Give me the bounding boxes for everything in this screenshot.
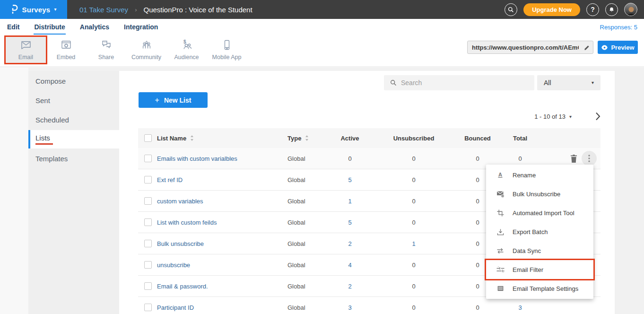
chevron-down-icon[interactable]: ▾ — [569, 114, 572, 119]
sort-icon[interactable] — [305, 135, 309, 141]
context-menu-item[interactable]: A Rename — [486, 166, 593, 184]
row-checkbox[interactable] — [144, 197, 152, 205]
unsubscribed-count[interactable]: 0 — [363, 262, 464, 269]
row-checkbox[interactable] — [144, 176, 152, 183]
active-count[interactable]: 5 — [337, 219, 363, 226]
channel-item[interactable]: Embed — [46, 37, 86, 63]
user-avatar[interactable] — [624, 3, 637, 16]
email-icon — [20, 39, 32, 52]
nav-tab[interactable]: Edit — [7, 20, 20, 35]
row-checkbox[interactable] — [144, 261, 152, 269]
sidebar-item[interactable]: Sent — [28, 91, 119, 110]
breadcrumb-separator-icon: › — [135, 6, 137, 13]
data-sync-icon — [496, 248, 505, 254]
responses-count[interactable]: Responses: 5 — [600, 24, 644, 31]
row-checkbox[interactable] — [144, 218, 152, 226]
channel-item[interactable]: Mobile App — [207, 37, 247, 63]
unsubscribed-count[interactable]: 0 — [363, 176, 464, 183]
channel-item[interactable]: Email — [6, 37, 46, 63]
survey-url-input[interactable] — [468, 44, 581, 51]
community-icon — [141, 39, 152, 52]
total-count[interactable]: 0 — [491, 155, 549, 162]
total-count[interactable]: 3 — [491, 304, 549, 311]
channel-label: Community — [131, 54, 161, 61]
active-count[interactable]: 5 — [337, 176, 363, 183]
active-count[interactable]: 0 — [337, 155, 363, 162]
surveys-menu[interactable]: Surveys ▾ — [0, 0, 67, 19]
bounced-count[interactable]: 0 — [464, 304, 491, 311]
sidebar-item[interactable]: Scheduled — [28, 111, 119, 129]
context-menu-item[interactable]: Export Batch — [486, 222, 593, 241]
row-actions — [549, 151, 600, 166]
sidebar-item[interactable]: Templates — [28, 149, 119, 168]
upgrade-now-button[interactable]: Upgrade Now — [523, 3, 580, 16]
search-input[interactable] — [401, 79, 519, 87]
list-name-link[interactable]: custom variables — [157, 198, 282, 205]
breadcrumb-folder[interactable]: 01 Take Survey — [79, 6, 128, 14]
context-menu-item[interactable]: Email Template Settings — [486, 279, 593, 298]
nav-tabs: EditDistributeAnalyticsIntegration — [0, 20, 158, 35]
list-name-link[interactable]: Bulk unsubscribe — [157, 240, 282, 247]
breadcrumb: 01 Take Survey › QuestionPro : Voice of … — [79, 6, 252, 14]
template-settings-icon — [496, 285, 505, 292]
unsubscribed-count[interactable]: 0 — [363, 283, 464, 290]
edit-url-button[interactable] — [581, 44, 593, 51]
channel-item[interactable]: $ Audience — [166, 37, 207, 63]
unsubscribed-count[interactable]: 0 — [363, 304, 464, 311]
search-icon — [508, 7, 514, 13]
unsubscribed-count[interactable]: 0 — [363, 198, 464, 205]
nav-tab[interactable]: Distribute — [34, 20, 65, 35]
delete-list-button[interactable] — [568, 153, 579, 164]
unsubscribed-count[interactable]: 0 — [363, 155, 464, 162]
sidebar-item-label: Templates — [35, 155, 119, 163]
row-checkbox[interactable] — [144, 240, 152, 247]
chevron-right-icon — [595, 112, 600, 121]
active-count[interactable]: 3 — [337, 304, 363, 311]
active-count[interactable]: 2 — [337, 283, 363, 290]
active-count[interactable]: 1 — [337, 198, 363, 205]
nav-tab[interactable]: Integration — [123, 20, 158, 35]
new-list-button[interactable]: + New List — [139, 92, 208, 108]
context-menu-item[interactable]: Data Sync — [486, 241, 593, 260]
export-batch-icon — [496, 228, 505, 236]
nav-tab[interactable]: Analytics — [79, 20, 110, 35]
channel-item[interactable]: Share — [86, 37, 126, 63]
select-all-checkbox[interactable] — [144, 134, 152, 142]
list-name-link[interactable]: unsubscribe — [157, 262, 282, 269]
sidebar-item[interactable]: Lists — [28, 130, 119, 148]
row-checkbox[interactable] — [144, 155, 152, 162]
sidebar-item[interactable]: Compose — [28, 72, 119, 90]
search-button[interactable] — [505, 3, 517, 16]
preview-button[interactable]: Preview — [598, 41, 638, 54]
list-name-link[interactable]: Participant ID — [157, 304, 282, 311]
notifications-button[interactable] — [605, 3, 618, 16]
list-name-link[interactable]: Ext ref ID — [157, 176, 282, 183]
row-checkbox[interactable] — [144, 282, 152, 290]
list-name-link[interactable]: Email & password. — [157, 283, 282, 290]
bounced-count[interactable]: 0 — [464, 155, 491, 162]
list-name-link[interactable]: List with custom feilds — [157, 219, 282, 226]
filter-dropdown[interactable]: All ▾ — [537, 75, 600, 90]
unsubscribed-count[interactable]: 1 — [363, 240, 464, 247]
preview-label: Preview — [611, 44, 634, 51]
context-menu-item[interactable]: Automated Import Tool — [486, 203, 593, 222]
help-button[interactable]: ? — [586, 3, 599, 16]
row-checkbox[interactable] — [144, 304, 152, 311]
active-count[interactable]: 4 — [337, 262, 363, 269]
channel-item[interactable]: Community — [126, 37, 166, 63]
sidebar-item-label: Scheduled — [35, 116, 119, 124]
eye-icon — [601, 45, 608, 50]
list-type: Global — [282, 219, 337, 226]
list-type: Global — [282, 304, 337, 311]
topbar-actions: Upgrade Now ? — [505, 3, 644, 16]
unsubscribed-count[interactable]: 0 — [363, 219, 464, 226]
sort-icon[interactable] — [190, 135, 194, 141]
channel-label: Mobile App — [212, 54, 242, 61]
row-menu-button[interactable] — [582, 151, 597, 166]
active-count[interactable]: 2 — [337, 240, 363, 247]
next-page-button[interactable] — [595, 112, 600, 121]
list-type: Global — [282, 240, 337, 247]
list-name-link[interactable]: Emails with custom varialbles — [157, 155, 282, 162]
context-menu-item[interactable]: Bulk Unsubscribe — [486, 184, 593, 203]
context-menu-item[interactable]: Email Filter — [486, 260, 593, 279]
